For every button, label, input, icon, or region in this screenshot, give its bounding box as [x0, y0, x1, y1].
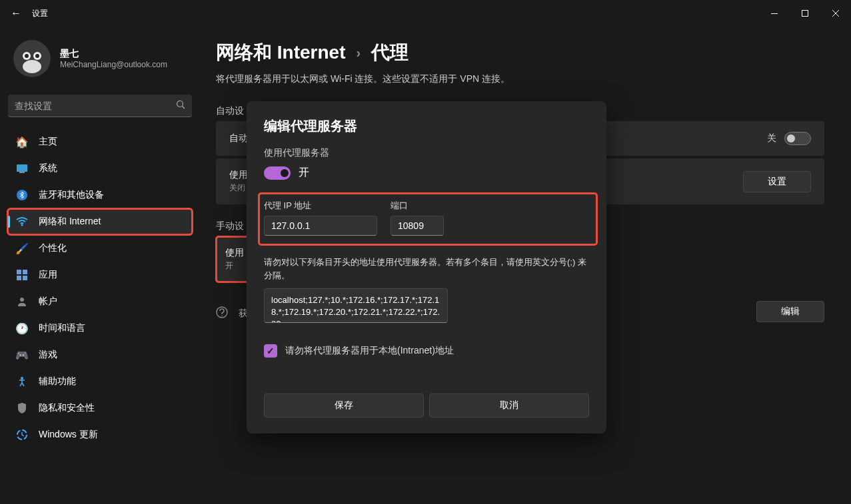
sidebar-item-label: 系统: [39, 162, 57, 174]
back-button[interactable]: ←: [11, 7, 21, 19]
sidebar: 墨七 MeiChangLiang@outlook.com 🏠 主页 系统 蓝牙和…: [0, 27, 200, 504]
svg-rect-13: [19, 172, 25, 173]
maximize-button[interactable]: [790, 3, 820, 24]
setting-label: 使用: [229, 169, 248, 181]
sidebar-item-label: Windows 更新: [39, 429, 98, 441]
apps-icon: [16, 269, 28, 281]
setting-sublabel: 关闭: [229, 182, 248, 194]
svg-rect-18: [17, 276, 21, 280]
svg-point-9: [23, 60, 41, 73]
proxy-ip-input[interactable]: [264, 216, 377, 236]
save-button[interactable]: 保存: [264, 393, 424, 417]
window-controls: [759, 3, 851, 24]
checkbox-label: 请勿将代理服务器用于本地(Intranet)地址: [285, 345, 454, 357]
toggle-state: 开: [299, 166, 309, 180]
sidebar-item-system[interactable]: 系统: [8, 156, 192, 181]
account-icon: [16, 296, 28, 308]
svg-rect-0: [771, 13, 778, 14]
time-icon: 🕐: [16, 322, 28, 334]
svg-rect-19: [23, 276, 27, 280]
toggle-state: 关: [767, 132, 776, 144]
sidebar-item-label: 辅助功能: [39, 376, 76, 387]
bypass-list-input[interactable]: [264, 288, 448, 323]
sidebar-item-time-language[interactable]: 🕐 时间和语言: [8, 316, 192, 341]
breadcrumb-parent[interactable]: 网络和 Internet: [216, 40, 345, 65]
update-icon: [16, 429, 28, 441]
search-icon: [176, 100, 185, 111]
svg-point-8: [35, 54, 39, 58]
edit-button[interactable]: 编辑: [756, 301, 824, 322]
sidebar-item-home[interactable]: 🏠 主页: [8, 129, 192, 154]
cancel-button[interactable]: 取消: [429, 393, 589, 417]
setup-button[interactable]: 设置: [743, 171, 811, 192]
svg-point-10: [177, 101, 183, 107]
port-label: 端口: [391, 200, 444, 212]
titlebar-left: ← 设置: [11, 7, 48, 19]
dialog-toggle-row: 开: [264, 166, 589, 180]
wifi-icon: [16, 216, 28, 228]
game-icon: 🎮: [16, 349, 28, 361]
accessibility-icon: [16, 376, 28, 387]
avatar: [13, 40, 51, 77]
sidebar-item-privacy[interactable]: 隐私和安全性: [8, 395, 192, 421]
window-title: 设置: [32, 8, 48, 19]
sidebar-item-personalization[interactable]: 🖌️ 个性化: [8, 236, 192, 261]
chevron-right-icon: ›: [356, 45, 361, 61]
local-bypass-row: ✓ 请勿将代理服务器用于本地(Intranet)地址: [264, 344, 589, 358]
svg-point-20: [20, 298, 24, 302]
minimize-icon: [771, 13, 778, 14]
sidebar-item-bluetooth[interactable]: 蓝牙和其他设备: [8, 182, 192, 208]
system-icon: [16, 162, 28, 174]
shield-icon: [16, 402, 28, 414]
sidebar-item-label: 网络和 Internet: [39, 216, 101, 228]
dialog-subtitle: 使用代理服务器: [264, 147, 589, 159]
edit-proxy-dialog: 编辑代理服务器 使用代理服务器 开 代理 IP 地址 端口 请勿对以下列条目开头…: [247, 101, 606, 433]
bluetooth-icon: [16, 189, 28, 201]
sidebar-item-windows-update[interactable]: Windows 更新: [8, 422, 192, 447]
profile-email: MeiChangLiang@outlook.com: [60, 60, 167, 69]
sidebar-item-label: 游戏: [39, 349, 57, 361]
close-button[interactable]: [820, 3, 851, 24]
sidebar-item-network[interactable]: 网络和 Internet: [8, 209, 192, 234]
page-description: 将代理服务器用于以太网或 Wi-Fi 连接。这些设置不适用于 VPN 连接。: [216, 73, 824, 85]
local-bypass-checkbox[interactable]: ✓: [264, 344, 277, 358]
proxy-inputs-highlighted: 代理 IP 地址 端口: [260, 194, 596, 244]
profile-info: 墨七 MeiChangLiang@outlook.com: [60, 48, 167, 69]
help-icon: [216, 306, 228, 320]
setting-label: 使用: [225, 247, 244, 259]
nav-list: 🏠 主页 系统 蓝牙和其他设备 网络和 Internet 🖌️ 个性化: [8, 129, 192, 447]
svg-point-24: [221, 316, 223, 317]
svg-rect-12: [17, 164, 27, 172]
use-proxy-toggle[interactable]: [264, 166, 291, 180]
sidebar-item-label: 帐户: [39, 296, 57, 308]
sidebar-item-accessibility[interactable]: 辅助功能: [8, 369, 192, 394]
svg-rect-17: [23, 270, 27, 274]
search-box[interactable]: [8, 95, 192, 117]
auto-detect-toggle[interactable]: [784, 132, 811, 145]
sidebar-item-accounts[interactable]: 帐户: [8, 289, 192, 314]
brush-icon: 🖌️: [16, 242, 28, 254]
sidebar-item-gaming[interactable]: 🎮 游戏: [8, 342, 192, 368]
sidebar-item-label: 应用: [39, 269, 57, 281]
profile[interactable]: 墨七 MeiChangLiang@outlook.com: [8, 35, 192, 83]
maximize-icon: [802, 10, 808, 17]
setting-sublabel: 开: [225, 260, 244, 272]
breadcrumb-current: 代理: [371, 40, 409, 65]
sidebar-item-label: 个性化: [39, 242, 67, 254]
dialog-buttons: 保存 取消: [264, 393, 589, 417]
close-icon: [832, 10, 839, 17]
ip-input-group: 代理 IP 地址: [264, 200, 377, 236]
profile-name: 墨七: [60, 48, 167, 60]
proxy-port-input[interactable]: [391, 216, 444, 236]
sidebar-item-label: 隐私和安全性: [39, 402, 95, 414]
svg-line-11: [183, 107, 185, 109]
search-input[interactable]: [15, 101, 176, 111]
svg-point-21: [21, 377, 23, 379]
sidebar-item-apps[interactable]: 应用: [8, 262, 192, 288]
bypass-description: 请勿对以下列条目开头的地址使用代理服务器。若有多个条目，请使用英文分号(;) 来…: [264, 256, 589, 282]
setting-label: 自动: [229, 132, 248, 144]
breadcrumb: 网络和 Internet › 代理: [216, 40, 824, 65]
minimize-button[interactable]: [759, 3, 790, 24]
titlebar: ← 设置: [0, 0, 851, 27]
dialog-title: 编辑代理服务器: [264, 117, 589, 135]
